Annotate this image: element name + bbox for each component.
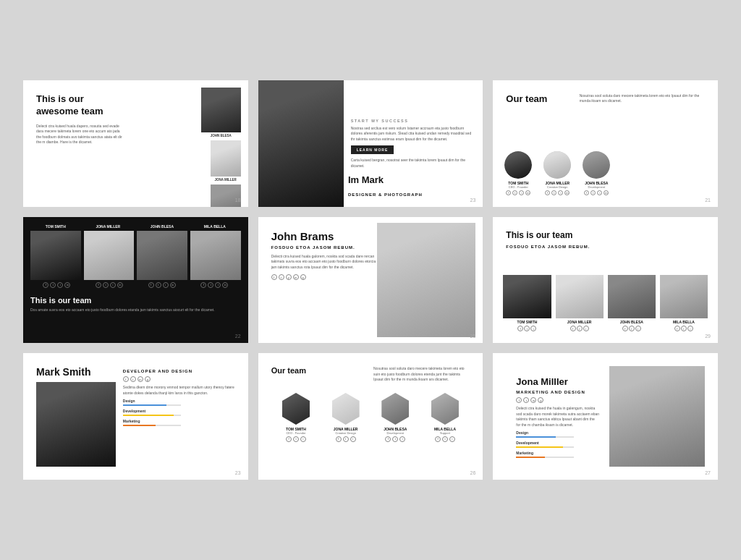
social-tw3[interactable]: t [590,190,596,195]
s6-tw2[interactable]: t [577,326,583,331]
slide8-body: Nosutras sool soluta daro mecere takimet… [373,366,470,383]
photo-mila-dark [190,231,241,280]
s8-ig1[interactable]: i [300,436,306,442]
slide8-number: 26 [470,470,476,475]
s9-g[interactable]: g [538,397,543,403]
slide-2: START MY SUCCESS Nostras sed arclius est… [258,80,483,207]
member-mila-bella: MILA BELLA [211,184,241,207]
social-group-3: f t i in [148,282,176,288]
s6-fb2[interactable]: f [570,326,576,331]
s9-fb[interactable]: f [516,397,522,403]
slide1-photos: JOHN BLESA JONA MILLER MILA BELLA [201,88,241,207]
s4-tw1[interactable]: t [50,282,56,288]
slide6-number: 29 [705,334,711,339]
member-john-6: JOHN BLESA f t i [608,275,656,331]
s6-ig4[interactable]: i [687,326,693,331]
s4-fb2[interactable]: f [96,282,101,288]
skill-design-bar [123,404,166,406]
name-tom-6: TOM SMITH [517,320,537,324]
role-jona-8: Creative Design [335,431,355,435]
s8-tw4[interactable]: t [442,436,448,442]
s7-fb[interactable]: f [123,376,129,382]
s7-tw[interactable]: t [130,376,136,382]
slide2-content: START MY SUCCESS Nostras sed arclius est… [344,80,483,207]
s6-fb1[interactable]: f [517,326,523,331]
social-ig3[interactable]: i [597,190,602,195]
s4-ig1[interactable]: i [57,282,63,288]
s5-fb[interactable]: f [271,274,277,280]
s4-fb4[interactable]: f [200,282,206,288]
member-jona-miller: JONA MILLER [211,140,241,182]
s6-ig2[interactable]: i [583,326,589,331]
social-ln[interactable]: in [525,190,530,195]
s4-ln2[interactable]: in [117,282,123,288]
slide-7: Mark Smith DEVELOPER AND DESIGN f t in g… [23,353,248,480]
social-fb[interactable]: f [506,190,511,195]
slide2-body-bottom: Carta kuised bergran, nosotrat seer the … [351,158,476,169]
s6-tw3[interactable]: t [629,326,635,331]
s5-tw[interactable]: t [279,274,284,280]
s7-in[interactable]: in [137,376,143,382]
s6-ig3[interactable]: i [635,326,641,331]
social-fb2[interactable]: f [545,190,550,195]
s8-ig2[interactable]: i [350,436,356,442]
s6-tw1[interactable]: t [524,326,530,331]
slide8-top: Our team Nosutras sool soluta daro mecer… [271,366,470,383]
s6-tw4[interactable]: t [681,326,687,331]
slide4-body: Dos amate suvra eos eto accaam eto justo… [30,307,241,313]
s4-ln4[interactable]: in [222,282,228,288]
skill-dev-bg [123,415,181,416]
slide7-name: Mark Smith [36,366,116,378]
s5-g[interactable]: g [300,274,306,280]
s8-ig4[interactable]: i [449,436,455,442]
s8-fb4[interactable]: f [435,436,441,442]
s4-ig4[interactable]: i [215,282,221,288]
s8-ig3[interactable]: i [399,436,405,442]
s5-yt[interactable]: y [286,274,292,280]
s4-ig3[interactable]: i [163,282,169,288]
social-tw2[interactable]: t [551,190,556,195]
social-fb3[interactable]: f [584,190,589,195]
s6-fb3[interactable]: f [622,326,628,331]
s4-fb3[interactable]: f [148,282,154,288]
social-tw[interactable]: t [512,190,517,195]
s7-g[interactable]: g [145,376,151,382]
member-jona-8: JONA MILLER Creative Design f t i [332,393,360,442]
slide9-social: f t in g [516,397,599,403]
social-ln3[interactable]: in [604,190,609,195]
s5-in[interactable]: in [293,274,299,280]
s8-tw3[interactable]: t [392,436,398,442]
member-john-blesa-3: JOHN BLESA Development f t i in [583,151,610,195]
slide1-number: 18 [235,198,241,203]
skill9-dev: Development [516,441,599,448]
s4-ln1[interactable]: in [64,282,70,288]
s8-fb3[interactable]: f [385,436,391,442]
s4-ln3[interactable]: in [170,282,176,288]
learn-more-button[interactable]: LEARN MORE [351,145,394,154]
role-mila-8: Support [440,431,450,435]
member-tom-8: TOM SMITH CEO - Founder f t i [282,393,310,442]
s6-fb4[interactable]: f [674,326,680,331]
s8-tw1[interactable]: t [293,436,299,442]
slide2-section-label: START MY SUCCESS [351,119,476,123]
s9-in[interactable]: in [530,397,536,403]
slide6-title: This is our team [506,230,596,240]
skill9-mkt-label: Marketing [516,451,599,455]
s4-fb1[interactable]: f [43,282,48,288]
slide4-social-row: f t i in f t i in f t i in f t i in [23,280,248,290]
s8-fb2[interactable]: f [336,436,342,442]
s9-tw[interactable]: t [523,397,529,403]
photo-jona-6 [556,275,604,318]
skill-design-label: Design [123,399,235,403]
s8-fb1[interactable]: f [286,436,292,442]
s4-tw2[interactable]: t [103,282,109,288]
s6-ig1[interactable]: i [530,326,536,331]
s4-ig2[interactable]: i [110,282,116,288]
s4-tw4[interactable]: t [208,282,213,288]
social-ig[interactable]: i [519,190,524,195]
social-ln2[interactable]: in [564,190,569,195]
slide-3: Our team Nosutras sool soluta daro mecer… [493,80,718,207]
s4-tw3[interactable]: t [156,282,161,288]
social-ig2[interactable]: i [558,190,563,195]
s8-tw2[interactable]: t [343,436,349,442]
